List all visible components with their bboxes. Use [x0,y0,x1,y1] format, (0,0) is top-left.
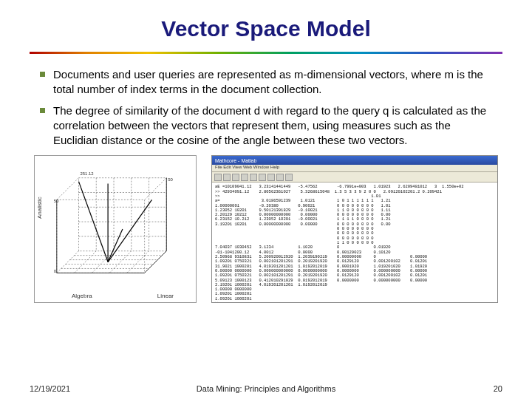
toolbar-icon [241,174,248,181]
toolbar-icon [276,174,284,181]
svg-text:50: 50 [168,177,173,182]
corner-label: 251.12 [80,171,93,176]
svg-line-1 [145,178,167,200]
svg-line-18 [109,251,132,273]
axis-label-x-left: Algebra [72,293,92,299]
svg-line-16 [75,251,97,273]
figure-matlab-window: Mathcore - Matlab File Edit View Web Win… [211,155,498,303]
svg-line-23 [108,229,123,262]
axis-label-y: Analistic [36,197,43,219]
window-titlebar: Mathcore - Matlab [212,156,497,165]
toolbar-icon [250,174,257,181]
cube-plot-svg: 50 0 50 251.12 [35,156,196,302]
figure-3d-plot: 50 0 50 251.12 Analistic Algebra Linear [34,155,197,303]
svg-line-0 [57,178,79,200]
footer-center: Data Mining: Principles and Algorithms [0,384,532,393]
window-toolbar [212,172,497,183]
footer: 12/19/2021 Data Mining: Principles and A… [0,384,532,393]
svg-line-17 [92,251,114,273]
divider-rainbow [30,52,502,54]
matlab-output: aE =10109041.12 3.23141441449 -5.47562 -… [212,183,497,302]
svg-line-3 [57,251,79,273]
bullet-item: The degree of similarity of the document… [37,103,495,149]
svg-line-19 [127,251,149,273]
svg-line-22 [108,200,151,262]
toolbar-icon [232,174,239,181]
toolbar-icon [223,174,231,181]
toolbar-icon [214,174,222,181]
bullet-list: Documents and user queries are represent… [30,67,502,148]
svg-text:0: 0 [54,270,57,274]
axis-label-x-right: Linear [157,293,174,299]
figures-row: 50 0 50 251.12 Analistic Algebra Linear … [30,155,502,303]
svg-text:50: 50 [54,200,59,204]
bullet-item: Documents and user queries are represent… [37,67,495,98]
page-title: Vector Space Model [30,16,502,41]
slide: Vector Space Model Documents and user qu… [0,0,532,399]
toolbar-icon [259,174,266,181]
toolbar-icon [267,174,275,181]
toolbar-icon [285,174,293,181]
window-menubar: File Edit View Web Window Help [212,165,497,172]
